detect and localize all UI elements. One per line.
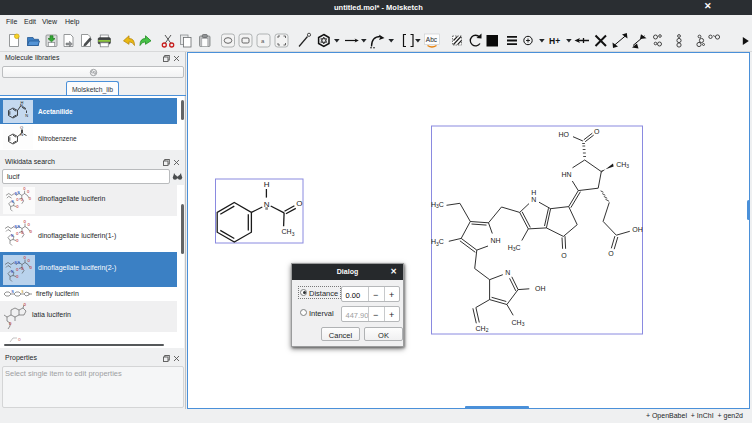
svg-text:O: O (594, 128, 600, 135)
svg-text:CH3: CH3 (512, 319, 525, 327)
svg-text:O: O (24, 220, 27, 224)
svg-text:H3C: H3C (508, 244, 521, 252)
svg-text:O: O (23, 187, 26, 191)
svg-text:CH3: CH3 (282, 228, 295, 237)
svg-text:O: O (16, 268, 19, 272)
svg-text:O: O (29, 197, 32, 201)
svg-text:O: O (28, 223, 31, 227)
svg-text:Abc: Abc (426, 36, 438, 43)
svg-text:N: N (531, 196, 536, 203)
svg-text:H: H (531, 189, 536, 196)
svg-text:N: N (18, 225, 21, 229)
svg-text:N: N (264, 200, 270, 209)
svg-text:HN: HN (562, 171, 572, 178)
svg-text:N: N (18, 191, 20, 195)
svg-text:N: N (505, 269, 510, 276)
svg-text:O: O (561, 252, 567, 259)
svg-text:H: H (264, 180, 270, 189)
svg-text:CH3: CH3 (616, 161, 629, 169)
svg-text:N: N (25, 113, 28, 118)
svg-text:O: O (27, 190, 30, 194)
svg-text:O: O (28, 259, 31, 263)
svg-text:O: O (24, 303, 27, 307)
svg-text:N: N (15, 192, 17, 196)
svg-text:O: O (9, 322, 12, 326)
svg-text:O: O (30, 230, 33, 234)
svg-text:O: O (16, 239, 19, 243)
svg-text:H: H (20, 100, 23, 105)
svg-text:O: O (296, 199, 302, 208)
svg-text:O: O (21, 267, 24, 271)
svg-text:H3C: H3C (431, 238, 444, 246)
svg-text:N: N (18, 261, 21, 265)
svg-text:O: O (18, 338, 21, 342)
svg-text:NH: NH (491, 237, 501, 244)
svg-text:O: O (16, 198, 19, 202)
svg-text:O: O (20, 125, 23, 130)
svg-text:CH2: CH2 (476, 325, 489, 333)
svg-text:O: O (30, 266, 33, 270)
svg-text:H+: H+ (549, 36, 560, 46)
svg-text:H3C: H3C (431, 201, 444, 209)
svg-text:O: O (16, 232, 19, 236)
svg-text:S: S (22, 290, 24, 294)
svg-text:OH: OH (632, 226, 643, 233)
svg-text:N: N (12, 290, 14, 294)
svg-text:O: O (608, 250, 614, 257)
svg-text:N: N (12, 200, 14, 204)
svg-text:N: N (20, 132, 23, 137)
svg-text:O: O (16, 205, 19, 209)
svg-text:O: O (24, 256, 27, 260)
svg-text:O: O (16, 275, 19, 279)
svg-text:HO: HO (559, 131, 570, 138)
svg-text:O: O (21, 231, 24, 235)
svg-text:OH: OH (535, 285, 546, 292)
